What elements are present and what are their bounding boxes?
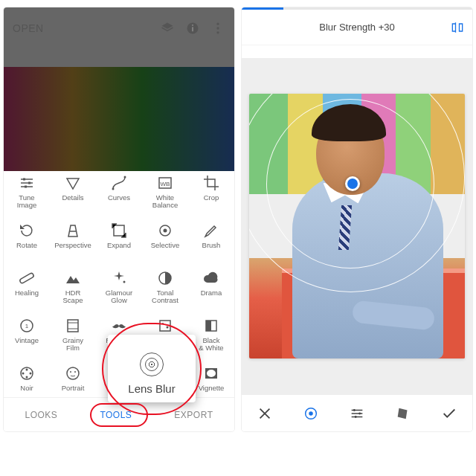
tool-label: GlamourGlow — [106, 289, 132, 304]
face-icon — [64, 364, 82, 382]
tool-label: Noir — [20, 385, 33, 392]
tab-looks[interactable]: LOOKS — [25, 410, 58, 420]
tool-label: Vignette — [199, 385, 225, 392]
blur-shape-button[interactable] — [303, 405, 319, 422]
tool-selective[interactable]: Selective — [142, 222, 188, 268]
svg-rect-21 — [68, 320, 78, 332]
tool-hdr-scape[interactable]: HDRScape — [50, 269, 96, 315]
svg-point-28 — [22, 373, 25, 375]
focus-center-handle[interactable] — [345, 176, 360, 191]
tab-export[interactable]: EXPORT — [174, 410, 213, 420]
tool-crop[interactable]: Crop — [188, 174, 234, 220]
tool-portrait[interactable]: Portrait — [50, 364, 96, 397]
svg-point-49 — [355, 416, 357, 418]
tool-grainy-film[interactable]: GrainyFilm — [50, 317, 96, 363]
tool-label: GrainyFilm — [62, 337, 83, 352]
tool-label: Details — [62, 194, 83, 202]
tool-label: Black& White — [199, 337, 223, 352]
tab-tools[interactable]: TOOLS — [100, 410, 132, 420]
svg-point-30 — [26, 376, 28, 379]
svg-point-24 — [167, 327, 169, 329]
tool-label: TuneImage — [17, 194, 36, 209]
tool-healing[interactable]: Healing — [4, 269, 50, 315]
cloud-icon — [202, 269, 220, 287]
wb-icon: WB — [156, 174, 174, 192]
vintage-icon: 1 — [18, 317, 36, 335]
mustache-icon — [110, 317, 128, 335]
editor-bottom-bar — [242, 394, 472, 431]
svg-point-17 — [123, 281, 126, 283]
cancel-button[interactable] — [257, 405, 273, 422]
tool-label: Portrait — [62, 385, 85, 392]
tool-white-balance[interactable]: WB WhiteBalance — [142, 174, 188, 220]
svg-point-5 — [216, 31, 219, 33]
lens-blur-screen: Blur Strength +30 — [242, 7, 472, 431]
svg-rect-7 — [28, 182, 30, 184]
lens-blur-tooltip: Lens Blur — [108, 335, 196, 402]
target-icon — [156, 222, 174, 239]
tool-curves[interactable]: Curves — [96, 174, 142, 220]
tool-rotate[interactable]: Rotate — [4, 222, 50, 268]
apply-button[interactable] — [441, 405, 457, 422]
tool-details[interactable]: Details — [50, 174, 96, 220]
svg-point-46 — [309, 411, 313, 416]
tool-vintage[interactable]: 1 Vintage — [4, 317, 50, 363]
svg-rect-8 — [25, 186, 27, 188]
film-icon — [64, 317, 82, 335]
svg-point-31 — [67, 367, 79, 379]
half-circle-icon — [156, 269, 174, 287]
svg-rect-16 — [19, 272, 34, 283]
param-readout: Blur Strength +30 — [319, 22, 395, 33]
svg-rect-6 — [23, 178, 25, 181]
tool-label: TonalContrast — [152, 289, 178, 304]
tool-glamour-glow[interactable]: GlamourGlow — [96, 269, 142, 315]
svg-point-29 — [30, 373, 32, 375]
svg-point-47 — [353, 408, 356, 411]
stack-button[interactable] — [395, 405, 411, 422]
svg-point-23 — [162, 323, 164, 324]
tool-label: Expand — [107, 242, 131, 249]
svg-point-48 — [358, 412, 361, 414]
grunge-icon — [156, 317, 174, 335]
tools-screen: OPEN TuneImage Details CurvesWB WhiteB — [4, 7, 234, 431]
tool-label: WhiteBalance — [152, 194, 178, 209]
adjust-button[interactable] — [349, 405, 365, 422]
tool-noir[interactable]: Noir — [4, 364, 50, 397]
svg-point-32 — [70, 371, 71, 373]
svg-point-38 — [207, 370, 216, 377]
tool-brush[interactable]: Brush — [188, 222, 234, 268]
tool-perspective[interactable]: Perspective — [50, 222, 96, 268]
sliders-icon — [18, 174, 36, 192]
tool-label: Rotate — [16, 242, 37, 249]
tool-label: HDRScape — [63, 289, 83, 304]
tool-label: Selective — [151, 242, 180, 249]
tool-label: Healing — [15, 289, 39, 297]
lens-blur-icon — [140, 353, 164, 376]
tool-tune-image[interactable]: TuneImage — [4, 174, 50, 220]
svg-point-15 — [164, 229, 167, 233]
curves-icon — [110, 174, 128, 192]
svg-rect-1 — [192, 27, 193, 31]
compare-icon[interactable] — [450, 20, 465, 38]
tool-label: Curves — [108, 194, 130, 202]
svg-point-33 — [74, 371, 76, 373]
tool-label: Vintage — [15, 337, 39, 344]
canvas[interactable] — [242, 58, 472, 394]
info-icon[interactable] — [185, 21, 200, 36]
reel-icon — [18, 364, 36, 382]
tool-tonal-contrast[interactable]: TonalContrast — [142, 269, 188, 315]
lens-blur-label: Lens Blur — [128, 382, 175, 395]
tool-expand[interactable]: Expand — [96, 222, 142, 268]
crop-icon — [202, 174, 220, 192]
more-icon[interactable] — [210, 21, 225, 36]
bandage-icon — [18, 269, 36, 287]
tool-drama[interactable]: Drama — [188, 269, 234, 315]
open-button[interactable]: OPEN — [13, 22, 44, 34]
svg-rect-13 — [114, 225, 124, 236]
vignette-icon — [202, 364, 220, 382]
layers-icon[interactable] — [160, 21, 175, 36]
svg-point-3 — [216, 22, 219, 25]
svg-point-9 — [112, 188, 115, 190]
svg-rect-2 — [192, 25, 193, 26]
mountain-icon — [64, 269, 82, 287]
